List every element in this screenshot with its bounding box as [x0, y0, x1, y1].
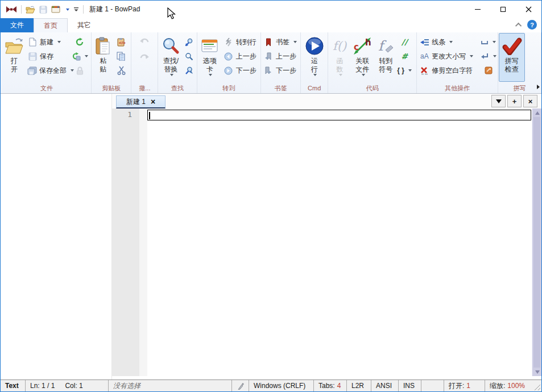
svg-text:</>: </>	[119, 40, 126, 45]
title-bar[interactable]: 新建 1 - BowPad	[1, 1, 541, 18]
bookmark-buttons: 书签 上一步 下一步	[262, 33, 299, 77]
find-next-button[interactable]	[183, 36, 195, 48]
group-label: 文件	[3, 84, 90, 93]
whitespace-button[interactable]	[480, 36, 497, 48]
ribbon-group-goto: 选项 卡 转到行 上一步 下一步 转到	[197, 32, 261, 93]
paste-special-button[interactable]: </>	[114, 36, 129, 48]
goto-next-button[interactable]: 下一步	[222, 64, 258, 77]
statusbar-typing-mode[interactable]: INS	[399, 380, 421, 391]
ribbon-tab-file[interactable]: 文件	[1, 18, 34, 32]
cut-button[interactable]	[114, 64, 129, 77]
braces-button[interactable]: { }	[397, 64, 412, 77]
bookmark-prev-button[interactable]: 上一步	[262, 50, 299, 62]
ribbon-tab-other[interactable]: 其它	[68, 18, 101, 32]
paste-button[interactable]: 粘 贴	[92, 33, 114, 82]
statusbar-tabs[interactable]: Tabs: 4	[314, 380, 347, 391]
document-tab[interactable]: 新建 1 ×	[116, 95, 166, 109]
goto-prev-label: 上一步	[236, 52, 256, 61]
minimize-button[interactable]	[465, 1, 490, 18]
new-button-label: 新建	[40, 37, 53, 47]
find-replace-button[interactable]: 查找/ 替换	[159, 33, 183, 82]
spell-check-label: 拼写 检查	[505, 57, 519, 74]
lines-label: 线条	[432, 37, 445, 47]
new-dropdown-icon	[57, 41, 61, 43]
lines-button[interactable]: 线条	[417, 36, 480, 48]
statusbar-col-info: Col: 1	[65, 382, 82, 390]
recent-files-dropdown-icon[interactable]	[66, 9, 69, 11]
bookmark-next-button[interactable]: 下一步	[262, 64, 299, 77]
clipboard-icon-buttons: </>	[114, 33, 129, 77]
scrollbar-thumb[interactable]	[533, 117, 540, 368]
editor-text-area[interactable]	[147, 109, 532, 376]
change-case-button[interactable]: aA 更改大小写	[417, 50, 480, 62]
tab-close-icon[interactable]: ×	[151, 98, 155, 106]
statusbar-style-button[interactable]	[232, 380, 249, 391]
help-button[interactable]: ?	[527, 20, 537, 30]
goto-line-button[interactable]: 转到行	[222, 36, 258, 48]
line-ending-button[interactable]	[480, 50, 497, 62]
related-files-icon: ch	[353, 35, 372, 57]
explorer-button[interactable]	[480, 64, 497, 77]
tab-options-button[interactable]: 选项 卡	[198, 33, 222, 82]
save-button[interactable]: 保存	[26, 50, 72, 62]
ribbon-tab-home[interactable]: 首页	[34, 18, 68, 32]
close-icon	[526, 6, 532, 12]
resize-grip[interactable]	[533, 383, 540, 390]
reload-encoding-dropdown-icon	[85, 55, 88, 57]
open-button[interactable]: 打 开	[3, 33, 26, 82]
comment-button[interactable]: //	[397, 36, 412, 48]
goto-prev-button[interactable]: 上一步	[222, 50, 258, 62]
statusbar-open-count[interactable]: 打开: 1	[444, 380, 485, 391]
functions-button[interactable]: f() 函 数	[329, 33, 350, 82]
close-tab-button[interactable]: ×	[523, 95, 537, 107]
open-folder-icon[interactable]	[26, 6, 35, 14]
find-prev-icon	[184, 51, 193, 61]
statusbar-position[interactable]: Ln: 1 / 1 Col: 1	[26, 380, 109, 391]
statusbar-direction[interactable]: L2R	[347, 380, 371, 391]
redo-button[interactable]	[137, 51, 152, 64]
statusbar-doc-type[interactable]: Text	[1, 380, 26, 391]
statusbar-zoom-label: 缩放:	[490, 381, 505, 391]
undo-button[interactable]	[137, 35, 152, 48]
qat-customize-icon[interactable]	[73, 7, 79, 12]
statusbar-eol[interactable]: Windows (CRLF)	[249, 380, 314, 391]
find-replace-label: 查找/ 替换	[163, 57, 179, 74]
reload-button[interactable]	[72, 36, 87, 48]
new-button[interactable]: 新建	[26, 36, 72, 48]
lock-button[interactable]	[72, 64, 87, 77]
goto-symbol-button[interactable]: f 转到 符号	[374, 33, 397, 82]
scroll-down-button[interactable]	[532, 368, 542, 376]
paste-button-label: 粘 贴	[100, 57, 106, 74]
run-button[interactable]: 运 行	[303, 33, 326, 82]
recent-files-icon[interactable]	[51, 6, 60, 13]
bookmark-button[interactable]: 书签	[262, 36, 299, 48]
vertical-scrollbar[interactable]	[532, 109, 541, 376]
functions-glyph-icon: f()	[333, 35, 346, 57]
scroll-up-button[interactable]	[532, 109, 542, 117]
new-tab-button[interactable]: +	[507, 95, 522, 107]
uncomment-button[interactable]: #	[397, 50, 412, 62]
related-files-button[interactable]: ch 关联 文件	[350, 33, 374, 82]
statusbar-zoom[interactable]: 缩放: 100%	[485, 380, 541, 391]
maximize-button[interactable]	[490, 1, 516, 18]
statusbar-selection[interactable]: 没有选择	[109, 380, 232, 391]
spellcheck-icon	[502, 35, 522, 57]
save-all-button[interactable]: 保存全部	[26, 64, 72, 77]
find-prev-button[interactable]	[183, 50, 195, 62]
file-tree-panel[interactable]	[1, 94, 112, 380]
spell-flyout-arrow-icon[interactable]	[537, 85, 540, 89]
spell-check-button[interactable]: 拼写 检查	[499, 33, 525, 82]
ribbon-tab-row: 文件 首页 其它	[1, 18, 541, 32]
reload-encoding-button[interactable]	[72, 50, 87, 62]
close-button[interactable]	[516, 1, 541, 18]
find-all-button[interactable]	[183, 64, 195, 77]
lock-icon	[75, 65, 85, 76]
statusbar-encoding[interactable]: ANSI	[371, 380, 399, 391]
trim-whitespace-button[interactable]: 修剪空白字符	[417, 64, 480, 77]
tab-list-button[interactable]	[491, 95, 506, 107]
copy-button[interactable]	[114, 50, 129, 62]
save-icon[interactable]	[39, 6, 47, 14]
goto-small-buttons: 转到行 上一步 下一步	[222, 33, 258, 77]
change-case-glyph: aA	[420, 52, 429, 60]
trim-icon	[419, 65, 429, 76]
